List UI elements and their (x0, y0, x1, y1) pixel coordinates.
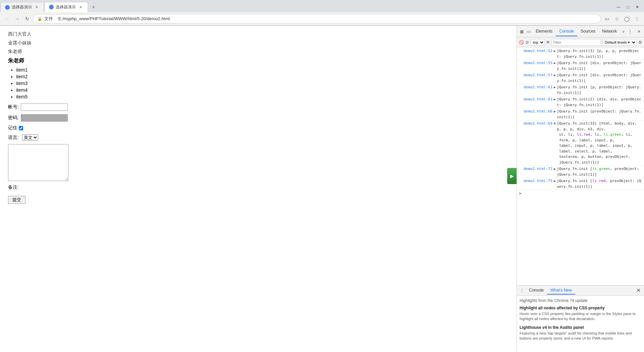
devtools-toolbar: 🚫 ⊘ top 👁 Default levels ▾ ⚙ (517, 37, 644, 47)
console-source-1[interactable]: demo2.html:52 (519, 48, 552, 54)
console-triangle-8[interactable]: ▶ (554, 166, 556, 171)
devtools-main-tabs: ▦ ▭ Elements Console Sources Network » ⋮… (517, 26, 644, 37)
devtools-inspect-icon[interactable]: ▦ (518, 28, 525, 35)
close-button[interactable]: ✕ (633, 3, 641, 11)
browser-chrome: 选择器演示 ✕ 选择器演示 ✕ + — □ ✕ ← → ↻ 🔒 文件 E:/my… (0, 0, 644, 26)
console-triangle-1[interactable]: ▶ (554, 48, 556, 53)
remarks-textarea[interactable] (8, 144, 68, 181)
whats-new-item-1-desc: Hover over a CSS property like padding o… (520, 311, 641, 322)
devtools-filter-input[interactable] (551, 39, 601, 46)
console-triangle-7[interactable]: ▼ (554, 121, 556, 126)
password-input[interactable] (21, 114, 68, 122)
submit-row: 提交 (8, 194, 508, 204)
whats-new-item-2-desc: Featuring a new "tap targets" audit for … (520, 331, 641, 341)
console-triangle-4[interactable]: ▶ (554, 85, 556, 90)
devtools-bottom-close[interactable]: ✕ (634, 287, 643, 294)
cast-icon[interactable]: ▭ (602, 14, 611, 23)
devtools-close-icon[interactable]: ✕ (635, 28, 643, 35)
item-list: item1 item2 item3 item4 item5 (16, 67, 508, 99)
window-controls: — □ ✕ (614, 3, 644, 11)
username-row: 帐号: (8, 103, 508, 111)
devtools-clear-icon[interactable]: 🚫 (519, 39, 524, 46)
list-item-1: item1 (16, 67, 508, 73)
devtools-eye-icon[interactable]: 👁 (546, 39, 550, 46)
protocol-label: 文件 (44, 16, 53, 22)
tab-whats-new[interactable]: What's New (547, 287, 575, 295)
console-triangle-6[interactable]: ▶ (554, 109, 556, 114)
remember-checkbox[interactable] (19, 126, 23, 130)
console-source-6[interactable]: demo2.html:66 (519, 109, 552, 115)
page-heading: 朱老师 (8, 57, 508, 64)
devtools-tab-actions: ⋮ ✕ (627, 28, 643, 35)
devtools-device-icon[interactable]: ▭ (525, 28, 532, 35)
minimize-button[interactable]: — (614, 3, 623, 11)
console-content-7b: ul, li, li.red, li, li.green, li, form, … (559, 132, 633, 142)
console-triangle-3[interactable]: ▶ (554, 73, 556, 78)
language-select[interactable]: 英文 中文 (22, 134, 38, 141)
tab-network[interactable]: Network (599, 27, 620, 36)
devtools-settings-icon[interactable]: ⚙ (638, 39, 642, 46)
tab-2[interactable]: 选择器演示 ✕ (45, 2, 88, 12)
console-content-1: jQuery.fn.init(3) [p, p, p, prevObject: … (557, 48, 642, 59)
submit-button[interactable]: 提交 (8, 196, 25, 204)
notes-label: 备注: (8, 184, 19, 190)
console-triangle-9[interactable]: ▶ (554, 178, 556, 183)
reload-button[interactable]: ↻ (23, 14, 32, 23)
menu-icon[interactable]: ⋮ (633, 14, 641, 23)
devtools-console[interactable]: demo2.html:52 ▶ jQuery.fn.init(3) [p, p,… (517, 47, 644, 285)
console-arrow-symbol: > (519, 191, 522, 196)
language-label: 语言: (8, 135, 19, 141)
console-line-4: demo2.html:61 ▶ jQuery.fn.init [p, prevO… (517, 84, 644, 96)
tab-console[interactable]: Console (556, 27, 577, 36)
tab-sources[interactable]: Sources (577, 27, 599, 36)
devtools-options-icon[interactable]: ⋮ (627, 28, 634, 35)
console-line-9: demo2.html:75 ▶ jQuery.fn.init [li.red, … (517, 178, 644, 190)
forward-button[interactable]: → (13, 14, 21, 23)
floating-button[interactable]: ▶ (507, 168, 517, 184)
devtools-levels-select[interactable]: Default levels ▾ (602, 39, 637, 46)
url-text (55, 16, 56, 21)
url-path: E:/myphp_www/PHPTutorial/WWW/html/5.20/d… (58, 16, 170, 21)
tab-1-close[interactable]: ✕ (34, 4, 40, 10)
whats-new-item-1-title: Highlight all nodes affected by CSS prop… (520, 306, 641, 310)
console-source-2[interactable]: demo2.html:55 (519, 60, 552, 66)
username-label: 帐号: (8, 104, 19, 110)
console-source-4[interactable]: demo2.html:61 (519, 85, 552, 90)
tab-elements[interactable]: Elements (532, 27, 556, 36)
console-content-6: jQuery.fn.init [prevObject: jQuery.fn.in… (557, 109, 642, 120)
username-input[interactable] (21, 103, 68, 111)
tab-1[interactable]: 选择器演示 ✕ (1, 2, 44, 12)
console-content-5: jQuery.fn.init(2) [div, div, prevObject:… (557, 97, 642, 108)
devtools-bottom-options[interactable]: ⋮ (518, 287, 526, 294)
maximize-button[interactable]: □ (624, 3, 632, 11)
console-triangle-5[interactable]: ▶ (554, 97, 556, 102)
console-source-9[interactable]: demo2.html:75 (519, 178, 552, 184)
console-source-8[interactable]: demo2.html:72 (519, 166, 552, 172)
profile-icon[interactable]: ◯ (623, 14, 631, 23)
paragraph-1: 西门大官人 (8, 31, 508, 37)
devtools-pause-icon[interactable]: ⊘ (525, 39, 529, 46)
whats-new-item-2-title: Lighthouse v4 in the Audits panel (520, 325, 641, 330)
remember-row: 记住 (8, 125, 508, 131)
console-line-1: demo2.html:52 ▶ jQuery.fn.init(3) [p, p,… (517, 48, 644, 60)
console-source-3[interactable]: demo2.html:57 (519, 73, 552, 78)
list-item-5: item5 (16, 94, 508, 99)
console-source-5[interactable]: demo2.html:63 (519, 97, 552, 102)
tab-console-bottom[interactable]: Console (526, 287, 547, 295)
devtools-context-select[interactable]: top (531, 39, 545, 46)
console-triangle-2[interactable]: ▶ (554, 60, 556, 65)
back-button[interactable]: ← (3, 14, 11, 23)
devtools-tabs-more[interactable]: » (620, 27, 627, 36)
floating-button-icon: ▶ (509, 173, 515, 179)
console-line-6: demo2.html:66 ▶ jQuery.fn.init [prevObje… (517, 108, 644, 121)
bookmark-icon[interactable]: ☆ (612, 14, 621, 23)
new-tab-button[interactable]: + (89, 3, 98, 11)
tab-2-close[interactable]: ✕ (78, 4, 84, 10)
console-source-7[interactable]: demo2.html:69 (519, 121, 552, 127)
tab-2-label: 选择器演示 (56, 4, 76, 10)
console-content-9: jQuery.fn.init [li.red, prevObject: jQue… (557, 178, 642, 189)
console-content-7: jQuery.fn.init(33) [html, body, div, p, … (557, 121, 642, 132)
console-arrow-row: > (517, 190, 644, 196)
url-bar[interactable]: 🔒 文件 E:/myphp_www/PHPTutorial/WWW/html/5… (33, 14, 601, 24)
console-content-2: jQuery.fn.init [div, prevObject: jQuery.… (557, 60, 642, 72)
